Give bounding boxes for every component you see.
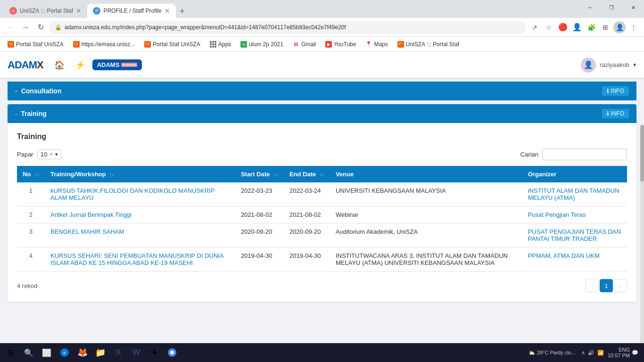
col-training-label: Training/Workshop — [50, 171, 106, 178]
col-training[interactable]: Training/Workshop ↑↓ — [45, 166, 235, 182]
next-page-button[interactable]: › — [614, 279, 627, 292]
new-tab-button[interactable]: + — [176, 5, 189, 18]
row-4-organizer: PPMAM, ATMA DAN UKM — [522, 247, 627, 272]
training-header-title: Training — [21, 110, 602, 117]
user-menu[interactable]: 👤 raziyaakob ▾ — [581, 58, 636, 73]
training-header[interactable]: - Training ℹ INFO — [8, 104, 636, 123]
col-end-date[interactable]: End Date ↑↓ — [284, 166, 330, 182]
bookmark-favicon-maps: 📍 — [365, 41, 372, 48]
maximize-button[interactable]: ❐ — [601, 0, 622, 15]
edge-icon[interactable]: e — [56, 344, 73, 361]
telegram-icon[interactable]: ✈ — [146, 344, 163, 361]
col-no-sort: ↑↓ — [34, 172, 39, 177]
row-2-venue: Webinar — [330, 206, 522, 223]
row-2-end-date: 2021-08-02 — [284, 206, 330, 223]
minimize-button[interactable]: ─ — [579, 0, 601, 15]
tab-1-title: UniSZA ::: Portal Staf — [20, 8, 73, 14]
adams-badge[interactable]: ADAMS Archive — [92, 59, 142, 70]
col-venue-label: Venue — [336, 171, 354, 178]
bookmark-label-maps: Maps — [374, 41, 388, 48]
sidebar-button[interactable]: ⊞ — [599, 21, 612, 34]
address-bar[interactable]: 🔒 adamx.unisza.edu.my/index.php?page=pag… — [49, 21, 526, 34]
close-button[interactable]: ✕ — [622, 0, 644, 15]
scrollbar[interactable] — [640, 125, 644, 362]
share-button[interactable]: ↗ — [528, 21, 541, 34]
papar-clear[interactable]: ✕ — [49, 151, 53, 157]
tab-2-close[interactable]: ✕ — [165, 7, 170, 15]
row-4-training: KURSUS SEHARI: SENI PEMBUATAN MANUSKRIP … — [45, 247, 235, 272]
word-icon[interactable]: W — [128, 344, 145, 361]
prev-page-button[interactable]: ‹ — [586, 279, 599, 292]
col-end-date-label: End Date — [289, 171, 316, 178]
consultation-title: Consultation — [21, 87, 602, 95]
row-1-start-date: 2022-03-23 — [235, 182, 284, 206]
home-icon[interactable]: 🏠 — [51, 57, 68, 74]
task-view[interactable]: ⬜ — [38, 344, 55, 361]
lock-icon: 🔒 — [55, 24, 62, 31]
col-start-date[interactable]: Start Date ↑↓ — [235, 166, 284, 182]
volume-icon[interactable]: 🔊 — [588, 350, 594, 356]
papar-label: Papar — [17, 151, 33, 158]
consultation-info-button[interactable]: ℹ INFO — [602, 86, 629, 96]
start-button[interactable]: ⊞ — [2, 344, 19, 361]
row-1-training: kURSUS TAHKIK,FILOLOGI DAN KODIKOLO MANU… — [45, 182, 235, 206]
files-icon[interactable]: 📁 — [92, 344, 109, 361]
bookmark-portal-staf-1[interactable]: 🛡 Portal Staf UniSZA — [4, 40, 67, 49]
url-text: adamx.unisza.edu.my/index.php?page=page_… — [65, 24, 346, 31]
bookmark-maps[interactable]: 📍 Maps — [362, 40, 391, 49]
back-button[interactable]: ← — [4, 21, 17, 34]
bookmark-ulum[interactable]: u ulum 2p 2021 — [237, 40, 287, 49]
training-info-button[interactable]: ℹ INFO — [602, 109, 629, 118]
pagination: ‹ 1 › — [586, 279, 627, 292]
bookmark-favicon-3: 🛡 — [144, 41, 151, 48]
row-2-training: Artikel Jurnal Berimpak Tinggi — [45, 206, 235, 223]
papar-dropdown-icon[interactable]: ▾ — [55, 151, 58, 157]
tab-1[interactable]: U UniSZA ::: Portal Staf ✕ — [4, 4, 87, 18]
extension-icon-1[interactable]: 🔴 — [556, 21, 570, 34]
bookmark-label-unisza: UniSZA ::: Portal Staf — [406, 41, 459, 48]
search-label: Carian — [520, 151, 538, 158]
page-1-button[interactable]: 1 — [600, 279, 613, 292]
consultation-section-bar[interactable]: - Consultation ℹ INFO — [8, 82, 636, 100]
app-navbar: ADAMX 🏠 ⚡ ADAMS Archive 👤 raziyaakob ▾ — [0, 52, 644, 78]
forward-button[interactable]: → — [19, 21, 32, 34]
bookmark-favicon-unisza: 🛡 — [397, 41, 404, 48]
bookmark-button[interactable]: ☆ — [542, 21, 555, 34]
bookmark-favicon-1: 🛡 — [8, 41, 14, 48]
search-input[interactable] — [542, 148, 627, 160]
app-logo[interactable]: ADAMX — [8, 59, 43, 71]
taskbar: ⊞ 🔍 ⬜ e 🦊 📁 X W ✈ ⛅ 28°C Partly clo... ∧… — [0, 343, 644, 362]
bookmark-apps[interactable]: Apps — [206, 40, 235, 49]
chevron-icon[interactable]: ∧ — [581, 350, 585, 356]
notification-icon[interactable]: 💬 — [632, 350, 638, 356]
training-toggle: - — [15, 110, 17, 117]
bookmark-portal-staf-2[interactable]: 🛡 Portal Staf UniSZA — [140, 40, 204, 49]
firefox-icon[interactable]: 🦊 — [74, 344, 91, 361]
reload-button[interactable]: ↻ — [34, 21, 47, 34]
profile-button[interactable]: 👤 — [613, 21, 626, 34]
papar-select[interactable]: 10 ✕ ▾ — [37, 149, 61, 159]
bookmark-gmail[interactable]: M Gmail — [289, 40, 320, 49]
search-taskbar[interactable]: 🔍 — [20, 344, 37, 361]
bookmark-youtube[interactable]: ▶ YouTube — [322, 40, 360, 49]
tab-2[interactable]: P PROFILE / Staff Profile ✕ — [87, 4, 175, 18]
lightning-icon[interactable]: ⚡ — [72, 57, 89, 74]
weather-widget: ⛅ 28°C Partly clo... — [528, 350, 576, 356]
col-no-label: No — [23, 171, 31, 178]
bookmark-label-youtube: YouTube — [334, 41, 356, 48]
table-row: 2 Artikel Jurnal Berimpak Tinggi 2021-08… — [17, 206, 627, 223]
bookmark-unisza[interactable]: 🛡 UniSZA ::: Portal Staf — [394, 40, 463, 49]
extension-icon-2[interactable]: 👤 — [570, 21, 584, 34]
extension-puzzle[interactable]: 🧩 — [585, 21, 598, 34]
user-avatar: 👤 — [581, 58, 596, 73]
row-1-organizer: iNSTITUT ALAM DAN TAMADUN MELAYU (ATMA) — [522, 182, 627, 206]
network-icon[interactable]: 📶 — [597, 350, 604, 356]
chrome-icon[interactable] — [164, 344, 181, 361]
bookmark-emasa[interactable]: 🛡 https://emasa.unisz... — [69, 40, 139, 49]
tab-1-close[interactable]: ✕ — [76, 7, 82, 15]
row-2-start-date: 2021-08-02 — [235, 206, 284, 223]
scrollbar-thumb[interactable] — [640, 125, 644, 181]
menu-button[interactable]: ⋮ — [627, 21, 640, 34]
excel-icon[interactable]: X — [110, 344, 127, 361]
col-no[interactable]: No ↑↓ — [17, 166, 45, 182]
